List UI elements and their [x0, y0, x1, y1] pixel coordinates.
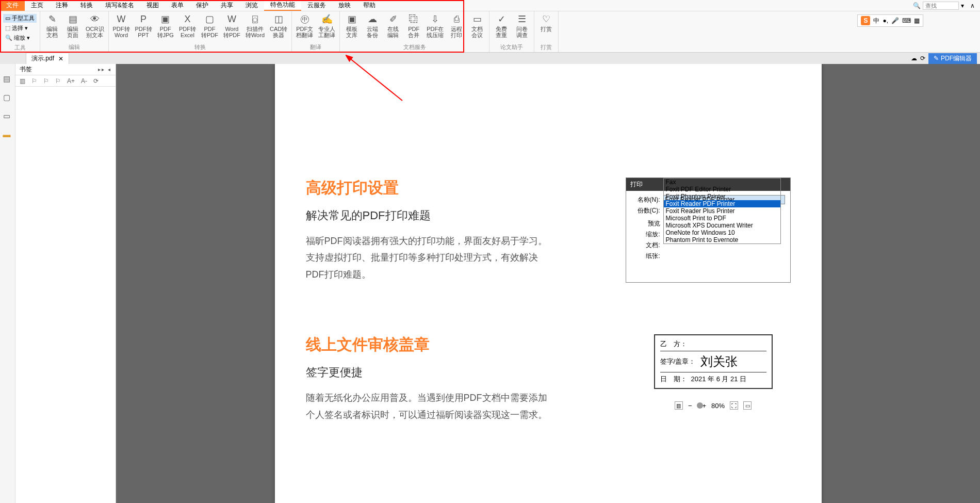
pen-icon: ✎ — [934, 55, 939, 62]
zoom-out-button[interactable]: − — [688, 402, 692, 410]
group-label: 文档服务 — [403, 43, 426, 52]
search-wrap: 🔍 ▾ ∧ — [913, 2, 980, 10]
note-sidebar-icon[interactable]: ▬ — [3, 130, 12, 139]
printer-option-3: Foxit Reader PDF Printer — [664, 200, 780, 207]
ribbon-button-0-2[interactable]: 👁OCR识 别文本 — [85, 12, 105, 39]
ime-toolbar[interactable]: S 中 ●, 🎤 ⌨ ▦ — [857, 14, 923, 27]
ribbon-icon: ✍ — [321, 13, 333, 25]
page-sidebar-icon[interactable]: ▢ — [3, 93, 12, 102]
menu-item-8[interactable]: 共享 — [215, 0, 239, 11]
ribbon-button-3-5[interactable]: ⎙远程 打印 — [448, 12, 465, 39]
bookmark-tool-5[interactable]: A- — [81, 77, 87, 85]
sync-icon[interactable]: ⟳ — [920, 55, 925, 62]
section2-body: 随着无纸化办公应用普及。当遇到使用PDF文档中需要添加个人签名或者标识时，可以通… — [306, 390, 548, 423]
zoom-bar: ▥ − + 80% ⛶ ▭ — [675, 401, 752, 410]
ribbon-label: 扫描件 转Word — [246, 26, 265, 38]
search-dropdown-icon[interactable]: ▾ — [961, 2, 964, 9]
ribbon-button-4-0[interactable]: ✓免费 查重 — [493, 12, 510, 39]
group-label: 打赏 — [541, 43, 552, 52]
search-input[interactable] — [923, 2, 959, 10]
bookmark-tool-6[interactable]: ⟳ — [93, 77, 99, 85]
ribbon-button-1-3[interactable]: XPDF转 Excel — [178, 12, 197, 39]
menu-item-5[interactable]: 视图 — [140, 0, 165, 11]
ribbon-icon: W — [226, 13, 237, 25]
menu-item-10[interactable]: 特色功能 — [264, 0, 301, 11]
ribbon-icon: ▣ — [346, 13, 357, 25]
bookmark-tool-0[interactable]: ▥ — [20, 77, 25, 85]
menu-item-0[interactable]: 文件 — [0, 0, 25, 11]
ribbon-button-1-5[interactable]: WWord 转PDF — [222, 12, 241, 39]
ime-keyboard-icon[interactable]: ⌨ — [902, 17, 911, 24]
printer-option-7: OneNote for Windows 10 — [664, 229, 780, 236]
ribbon-button-3-1[interactable]: ☁云端 备份 — [364, 12, 381, 39]
bookmark-tool-4[interactable]: A+ — [67, 77, 75, 85]
ribbon-group-tools: ▭ 手型工具 ⬚ 选择 ▾ 🔍 缩放 ▾ 工具 — [0, 11, 40, 52]
ribbon-button-3-3[interactable]: ⿻PDF 合并 — [405, 12, 422, 39]
pdf-editor-button[interactable]: ✎ PDF编辑器 — [928, 53, 977, 64]
ribbon-button-0-0[interactable]: ✎编辑 文档 — [43, 12, 61, 39]
group-label: 工具 — [14, 44, 26, 53]
ribbon-icon: ⇩ — [430, 13, 441, 25]
ribbon-icon: ㊥ — [299, 13, 311, 25]
ribbon-button-1-2[interactable]: ▣PDF 转JPG — [156, 12, 175, 39]
ribbon-label: 免费 查重 — [496, 26, 507, 38]
menu-item-9[interactable]: 浏览 — [239, 0, 264, 11]
bookmark-tool-3[interactable]: ⚐ — [55, 77, 61, 85]
ime-lang[interactable]: 中 — [873, 17, 879, 25]
ribbon-icon: ▤ — [67, 13, 78, 25]
menu-chevron-icon[interactable]: ∧ — [970, 2, 975, 9]
ribbon-button-1-4[interactable]: ▢PDF 转PDF — [200, 12, 219, 39]
label-name: 名称(N): — [631, 196, 660, 204]
ribbon-button-4-1[interactable]: ☰问卷 调查 — [513, 12, 531, 39]
cloud-icon[interactable]: ☁ — [911, 55, 917, 62]
section2-subtitle: 签字更便捷 — [306, 365, 548, 380]
bookmark-tool-1[interactable]: ⚐ — [31, 77, 37, 85]
menu-item-4[interactable]: 填写&签名 — [99, 0, 140, 11]
select-tool-button[interactable]: ⬚ 选择 ▾ — [3, 24, 37, 33]
menu-item-12[interactable]: 放映 — [332, 0, 357, 11]
ribbon-button-2-0[interactable]: ㊥PDF文 档翻译 — [295, 12, 314, 39]
ribbon-button-5-0[interactable]: ♡打赏 — [537, 12, 555, 33]
bookmark-sidebar-icon[interactable]: ▤ — [3, 74, 12, 84]
document-viewport[interactable]: 高级打印设置 解决常见的PDF打印难题 福昕PDF阅读器拥有强大的打印功能，界面… — [116, 64, 980, 503]
ribbon-label: PDF 合并 — [408, 26, 419, 38]
menu-item-2[interactable]: 注释 — [50, 0, 74, 11]
menu-item-13[interactable]: 帮助 — [357, 0, 382, 11]
close-tab-icon[interactable]: ✕ — [58, 55, 63, 62]
menu-item-11[interactable]: 云服务 — [301, 0, 332, 11]
search-icon[interactable]: 🔍 — [913, 2, 921, 9]
ribbon-label: 问卷 调查 — [516, 26, 528, 38]
fullscreen-icon[interactable]: ⛶ — [730, 401, 738, 410]
ribbon-label: PDF 转JPG — [157, 26, 174, 38]
ribbon-button-3-4[interactable]: ⇩PDF在 线压缩 — [426, 12, 445, 39]
ribbon-button-1-6[interactable]: ⌼扫描件 转Word — [244, 12, 266, 39]
panel-collapse-icon[interactable]: ▸▸ ◂ — [98, 67, 111, 72]
menu-item-6[interactable]: 表单 — [165, 0, 190, 11]
print-dialog-illustration: 打印 名称(N): Foxit Reader PDF Printer 份数(C)… — [626, 177, 791, 283]
ribbon-label: PDF转 Word — [113, 26, 130, 38]
ribbon-button-0-1[interactable]: ▤编辑 页面 — [64, 12, 81, 39]
clipboard-sidebar-icon[interactable]: ▭ — [3, 111, 12, 121]
zoom-tool-button[interactable]: 🔍 缩放 ▾ — [3, 34, 37, 42]
ribbon-button-1-0[interactable]: WPDF转 Word — [112, 12, 131, 39]
ribbon-button-3-6[interactable]: ▭文档 会议 — [468, 12, 486, 39]
label-preview: 预览 — [631, 219, 660, 228]
menu-item-1[interactable]: 主页 — [25, 0, 50, 11]
ribbon-button-1-1[interactable]: PPDF转 PPT — [134, 12, 153, 39]
ime-menu-icon[interactable]: ▦ — [914, 17, 920, 24]
ribbon-label: 在线 编辑 — [387, 26, 399, 38]
left-sidebar: ▤ ▢ ▭ ▬ — [0, 64, 15, 503]
ime-mic-icon[interactable]: 🎤 — [891, 17, 899, 24]
ribbon-button-3-2[interactable]: ✐在线 编辑 — [384, 12, 402, 39]
document-tab[interactable]: 演示.pdf ✕ — [26, 53, 69, 64]
menu-item-3[interactable]: 转换 — [74, 0, 99, 11]
layout-icon[interactable]: ▥ — [675, 401, 683, 410]
ribbon-button-3-0[interactable]: ▣模板 文库 — [343, 12, 361, 39]
ribbon-button-2-1[interactable]: ✍专业人 工翻译 — [317, 12, 336, 39]
ribbon-icon: P — [138, 13, 149, 25]
bookmark-tool-2[interactable]: ⚐ — [43, 77, 49, 85]
hand-tool-button[interactable]: ▭ 手型工具 — [3, 14, 37, 23]
menu-item-7[interactable]: 保护 — [190, 0, 215, 11]
fit-icon[interactable]: ▭ — [743, 401, 752, 410]
ribbon-button-1-7[interactable]: ◫CAD转 换器 — [269, 12, 288, 39]
